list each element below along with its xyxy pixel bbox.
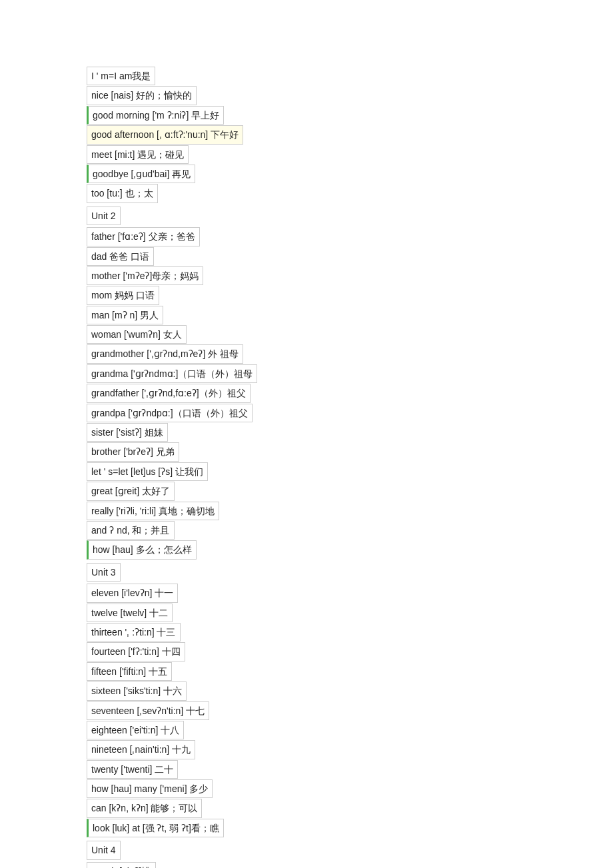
list-item: great [ɡreit] 太好了 — [87, 482, 526, 500]
list-item: eleven [i'levʔn] 十一 — [87, 584, 526, 602]
vocab-item: grandfather ['ˌɡrʔnd,fɑ:eʔ]（外）祖父 — [87, 384, 251, 402]
vocab-item: woman ['wumʔn] 女人 — [87, 325, 187, 344]
vocab-item: goodbye [ˌɡud'bai] 再见 — [87, 165, 195, 183]
list-item: how [hau] many ['meni] 多少 — [87, 779, 526, 798]
list-item: nineteen [ˌnain'ti:n] 十九 — [87, 740, 526, 759]
list-item: peach [pi:tʔ]桃 — [87, 862, 526, 868]
list-item: Unit 4 — [87, 838, 526, 861]
vocab-item: nineteen [ˌnain'ti:n] 十九 — [87, 740, 195, 759]
list-item: too [tu:] 也；太 — [87, 184, 526, 203]
vocab-item: nice [nais] 好的；愉快的 — [87, 86, 197, 105]
vocab-item: twelve [twelv] 十二 — [87, 604, 173, 622]
list-item: woman ['wumʔn] 女人 — [87, 325, 526, 344]
vocab-item: really ['riʔli, 'ri:li] 真地；确切地 — [87, 502, 219, 520]
vocab-item: too [tu:] 也；太 — [87, 184, 158, 203]
list-item: seventeen [ˌsevʔn'ti:n] 十七 — [87, 701, 526, 720]
list-item: eighteen ['ei'ti:n] 十八 — [87, 721, 526, 739]
vocab-item: let ' s=let [let]us [ʔs] 让我们 — [87, 462, 208, 481]
vocab-item: grandmother ['ˌɡrʔnd,mʔeʔ] 外 祖母 — [87, 344, 243, 363]
vocab-item: seventeen [ˌsevʔn'ti:n] 十七 — [87, 701, 209, 720]
list-item: grandpa ['ɡrʔndpɑ:]（口语（外）祖父 — [87, 404, 526, 422]
vocab-item: grandma ['ɡrʔndmɑ:]（口语（外）祖母 — [87, 364, 257, 383]
vocab-item: how [hau] 多么；怎么样 — [87, 540, 197, 559]
vocab-item: fifteen ['fifti:n] 十五 — [87, 662, 172, 681]
vocab-item: look [luk] at [强 ʔt, 弱 ʔt]看；瞧 — [87, 819, 224, 837]
unit-header: Unit 4 — [87, 841, 121, 859]
vocab-item: eighteen ['ei'ti:n] 十八 — [87, 721, 184, 739]
unit-header: Unit 2 — [87, 207, 121, 225]
list-item: man [mʔ n] 男人 — [87, 306, 526, 324]
list-item: twelve [twelv] 十二 — [87, 604, 526, 622]
list-item: and ʔ nd, 和；并且 — [87, 521, 526, 540]
list-item: twenty ['twenti] 二十 — [87, 760, 526, 779]
list-item: good afternoon [ˌ ɑ:ftʔ:'nu:n] 下午好 — [87, 125, 526, 144]
vocab-item: eleven [i'levʔn] 十一 — [87, 584, 178, 602]
vocab-item: can [kʔn, kʔn] 能够；可以 — [87, 799, 202, 817]
vocab-item: meet [mi:t] 遇见；碰见 — [87, 145, 189, 164]
vocab-item: good afternoon [ˌ ɑ:ftʔ:'nu:n] 下午好 — [87, 125, 243, 144]
list-item: nice [nais] 好的；愉快的 — [87, 86, 526, 105]
list-item: really ['riʔli, 'ri:li] 真地；确切地 — [87, 502, 526, 520]
list-item: goodbye [ˌɡud'bai] 再见 — [87, 165, 526, 183]
list-item: good morning ['m ʔ:niʔ] 早上好 — [87, 106, 526, 125]
list-item: fourteen ['fʔ:'ti:n] 十四 — [87, 642, 526, 661]
vocab-item: good morning ['m ʔ:niʔ] 早上好 — [87, 106, 224, 125]
vocab-item: man [mʔ n] 男人 — [87, 306, 163, 324]
vocab-item: how [hau] many ['meni] 多少 — [87, 779, 213, 798]
list-item: fifteen ['fifti:n] 十五 — [87, 662, 526, 681]
list-item: how [hau] 多么；怎么样 — [87, 540, 526, 559]
list-item: Unit 3 — [87, 560, 526, 583]
vocab-item: fourteen ['fʔ:'ti:n] 十四 — [87, 642, 185, 661]
vocab-item: twenty ['twenti] 二十 — [87, 760, 178, 779]
vocab-item: mom 妈妈 口语 — [87, 286, 159, 304]
vocab-list: I ' m=I am我是nice [nais] 好的；愉快的good morni… — [87, 67, 526, 868]
list-item: meet [mi:t] 遇见；碰见 — [87, 145, 526, 164]
vocab-item: great [ɡreit] 太好了 — [87, 482, 175, 500]
unit-header: Unit 3 — [87, 563, 121, 582]
list-item: let ' s=let [let]us [ʔs] 让我们 — [87, 462, 526, 481]
list-item: dad 爸爸 口语 — [87, 247, 526, 266]
vocab-item: sister ['sistʔ] 姐妹 — [87, 423, 168, 442]
vocab-item: grandpa ['ɡrʔndpɑ:]（口语（外）祖父 — [87, 404, 253, 422]
vocab-item: and ʔ nd, 和；并且 — [87, 521, 175, 540]
list-item: father ['fɑ:eʔ] 父亲；爸爸 — [87, 227, 526, 246]
list-item: mom 妈妈 口语 — [87, 286, 526, 304]
vocab-item: sixteen ['siks'ti:n] 十六 — [87, 681, 187, 700]
list-item: look [luk] at [强 ʔt, 弱 ʔt]看；瞧 — [87, 819, 526, 837]
list-item: Unit 2 — [87, 204, 526, 226]
list-item: sixteen ['siks'ti:n] 十六 — [87, 681, 526, 700]
list-item: I ' m=I am我是 — [87, 67, 526, 85]
list-item: sister ['sistʔ] 姐妹 — [87, 423, 526, 442]
vocab-item: dad 爸爸 口语 — [87, 247, 154, 266]
list-item: thirteen 'ˌ :ʔti:n] 十三 — [87, 623, 526, 642]
list-item: grandmother ['ˌɡrʔnd,mʔeʔ] 外 祖母 — [87, 344, 526, 363]
list-item: mother ['mʔeʔ]母亲；妈妈 — [87, 266, 526, 285]
list-item: brother ['brʔeʔ] 兄弟 — [87, 442, 526, 461]
list-item: grandfather ['ˌɡrʔnd,fɑ:eʔ]（外）祖父 — [87, 384, 526, 402]
list-item: grandma ['ɡrʔndmɑ:]（口语（外）祖母 — [87, 364, 526, 383]
vocab-item: peach [pi:tʔ]桃 — [87, 862, 156, 868]
vocab-item: thirteen 'ˌ :ʔti:n] 十三 — [87, 623, 181, 642]
vocab-item: I ' m=I am我是 — [87, 67, 155, 85]
list-item: can [kʔn, kʔn] 能够；可以 — [87, 799, 526, 817]
vocab-item: father ['fɑ:eʔ] 父亲；爸爸 — [87, 227, 200, 246]
vocab-item: mother ['mʔeʔ]母亲；妈妈 — [87, 266, 203, 285]
vocab-item: brother ['brʔeʔ] 兄弟 — [87, 442, 179, 461]
